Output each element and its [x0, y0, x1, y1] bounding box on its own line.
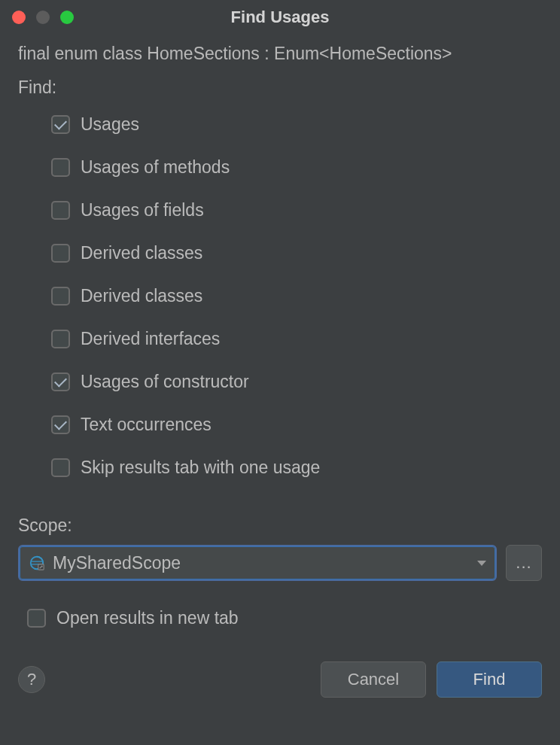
scope-value: MySharedScope	[53, 553, 477, 573]
option-derived-classes-2[interactable]: Derived classes	[51, 286, 542, 306]
checkbox-open-new-tab[interactable]	[27, 609, 46, 628]
scope-select[interactable]: MySharedScope	[18, 545, 497, 581]
checkbox-derived-interfaces[interactable]	[51, 330, 70, 348]
checkbox-label: Usages	[81, 114, 139, 135]
open-new-tab-row[interactable]: Open results in new tab	[18, 608, 542, 628]
checkbox-label: Open results in new tab	[56, 608, 239, 628]
checkbox-label: Text occurrences	[81, 415, 212, 435]
dialog-footer: ? Cancel Find	[0, 661, 560, 698]
checkbox-label: Skip results tab with one usage	[81, 458, 320, 478]
scope-label: Scope:	[18, 515, 542, 536]
scope-section: Scope: MySharedScope ...	[18, 515, 542, 581]
option-usages-of-constructor[interactable]: Usages of constructor	[51, 372, 542, 392]
checkbox-text-occurrences[interactable]	[51, 415, 70, 434]
option-skip-results-tab[interactable]: Skip results tab with one usage	[51, 458, 542, 478]
checkbox-label: Derived classes	[81, 243, 202, 263]
find-button[interactable]: Find	[437, 661, 542, 698]
checkbox-derived-classes-1[interactable]	[51, 244, 70, 263]
option-derived-interfaces[interactable]: Derived interfaces	[51, 329, 542, 349]
checkbox-label: Derived classes	[81, 286, 202, 306]
find-label: Find:	[18, 78, 542, 98]
option-derived-classes-1[interactable]: Derived classes	[51, 243, 542, 263]
checkbox-label: Usages of methods	[81, 157, 230, 178]
scope-more-button[interactable]: ...	[506, 545, 542, 581]
scope-row: MySharedScope ...	[18, 545, 542, 581]
titlebar: Find Usages	[0, 0, 560, 35]
checkbox-usages[interactable]	[51, 115, 70, 134]
checkbox-skip-results-tab[interactable]	[51, 458, 70, 477]
traffic-lights	[12, 11, 74, 24]
dialog-content: final enum class HomeSections : Enum<Hom…	[0, 35, 560, 628]
find-options-list: Usages Usages of methods Usages of field…	[18, 114, 542, 478]
option-text-occurrences[interactable]: Text occurrences	[51, 415, 542, 435]
help-button[interactable]: ?	[18, 666, 45, 693]
checkbox-derived-classes-2[interactable]	[51, 287, 70, 306]
checkbox-label: Usages of fields	[81, 200, 204, 220]
class-signature: final enum class HomeSections : Enum<Hom…	[18, 44, 542, 64]
checkbox-label: Derived interfaces	[81, 329, 220, 349]
checkbox-usages-of-methods[interactable]	[51, 158, 70, 177]
option-usages[interactable]: Usages	[51, 114, 542, 135]
checkbox-usages-of-constructor[interactable]	[51, 372, 70, 391]
window-title: Find Usages	[0, 8, 560, 27]
checkbox-usages-of-fields[interactable]	[51, 201, 70, 220]
scope-shared-icon	[29, 555, 45, 571]
chevron-down-icon	[477, 561, 486, 566]
cancel-button[interactable]: Cancel	[321, 661, 426, 698]
option-usages-of-methods[interactable]: Usages of methods	[51, 157, 542, 178]
close-window-button[interactable]	[12, 11, 26, 24]
minimize-window-button[interactable]	[36, 11, 50, 24]
checkbox-label: Usages of constructor	[81, 372, 249, 392]
maximize-window-button[interactable]	[60, 11, 74, 24]
option-usages-of-fields[interactable]: Usages of fields	[51, 200, 542, 220]
